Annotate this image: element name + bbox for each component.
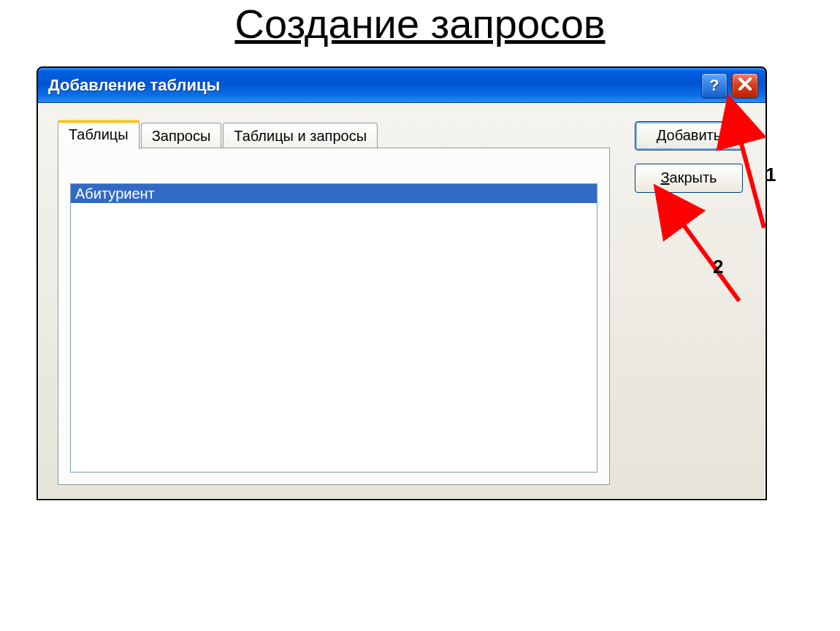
close-button[interactable]: Закрыть [635,164,743,193]
tab-queries[interactable]: Запросы [141,123,222,149]
window-body: Таблицы Запросы Таблицы и запросы Абитур… [38,103,765,499]
dialog-window: Добавление таблицы ? Таблицы Запросы Таб… [37,66,767,500]
mnemonic: З [660,169,669,186]
tab-panel: Абитуриент [58,148,610,485]
close-window-button[interactable] [732,73,758,98]
window-title: Добавление таблицы [48,76,697,95]
tab-strip: Таблицы Запросы Таблицы и запросы [58,120,379,149]
tab-label: Таблицы [69,126,129,143]
close-icon [738,77,752,94]
button-text: обавить [667,127,722,143]
annotation-2: 2 [713,256,723,278]
titlebar[interactable]: Добавление таблицы ? [38,68,765,103]
tables-listbox[interactable]: Абитуриент [70,183,597,473]
button-text: акрыть [670,169,717,186]
page-heading: Создание запросов [0,0,840,47]
tab-label: Таблицы и запросы [234,128,367,145]
help-button[interactable]: ? [701,73,728,98]
tab-tables-and-queries[interactable]: Таблицы и запросы [223,123,378,149]
annotation-1: 1 [765,164,776,186]
help-icon: ? [709,76,719,95]
list-item[interactable]: Абитуриент [71,184,597,203]
tab-label: Запросы [152,128,211,145]
add-button[interactable]: Добавить [635,121,743,150]
mnemonic: Д [657,127,667,143]
tab-tables[interactable]: Таблицы [58,120,140,149]
